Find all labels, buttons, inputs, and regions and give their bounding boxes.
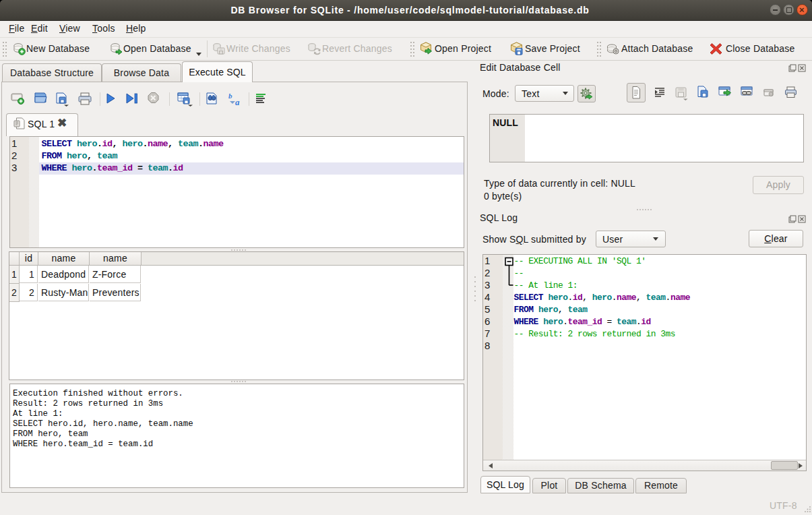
svg-text:b: b (228, 92, 232, 100)
svg-text:a: a (235, 97, 240, 107)
